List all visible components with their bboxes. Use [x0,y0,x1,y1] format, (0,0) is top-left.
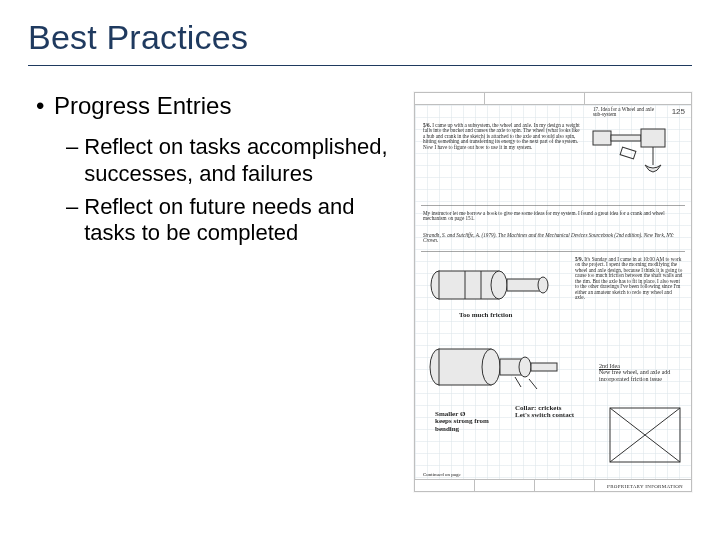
bullet-level2: – Reflect on future needs and tasks to b… [66,194,398,248]
svg-point-14 [482,349,500,385]
bullet-level2-text: Reflect on tasks accomplished, successes… [84,134,398,188]
idea-heading: 17. Idea for a Wheel and axle sub-system [593,107,663,118]
entry-body: I came up with a subsystem, the wheel an… [423,122,580,150]
bullet-level2: – Reflect on tasks accomplished, success… [66,134,398,188]
crossed-out-box [609,407,681,463]
svg-rect-0 [593,131,611,145]
entry2-body: It's Sunday and I came in at 10:00 AM to… [575,256,682,300]
svg-rect-2 [641,129,665,147]
label-collar: Collar: crickets Let's switch contact [515,405,585,420]
image-column: 125 17. Idea for a Wheel and axle sub-sy… [398,92,692,492]
slide: Best Practices • Progress Entries – Refl… [0,0,720,540]
citation: Strandh, S. and Sutcliffe, A. (1979). Th… [423,233,683,244]
page-number: 125 [672,107,685,116]
mechanism-sketch-top [591,125,681,185]
label-switch-text: Let's switch contact [515,412,585,419]
footer-proprietary: PROPRIETARY INFORMATION [607,484,683,489]
bullet-dot-icon: • [36,92,46,120]
bullet-level2-text: Reflect on future needs and tasks to be … [84,194,398,248]
notebook-header [415,93,691,105]
label-too-much-friction: Too much friction [459,311,512,319]
svg-point-16 [519,357,531,377]
instructor-note: My instructor let me borrow a book to gi… [423,211,683,222]
second-idea-body: New free wheel, and axle add incorporate… [599,369,681,382]
label-keeps-text: keeps strong from bending [435,418,505,433]
entry2-block: 5/9. It's Sunday and I came in at 10:00 … [575,257,683,301]
notebook-page: 125 17. Idea for a Wheel and axle sub-sy… [414,92,692,492]
subbullets: – Reflect on tasks accomplished, success… [36,134,398,247]
svg-rect-6 [439,271,499,299]
entry-block: 5/6. I came up with a subsystem, the whe… [423,123,583,150]
slide-title: Best Practices [28,18,692,57]
svg-rect-8 [507,279,541,291]
svg-point-9 [538,277,548,293]
section-divider [421,205,685,206]
svg-rect-17 [531,363,557,371]
second-idea: 2nd Idea New free wheel, and axle add in… [599,363,681,382]
footer-continued: Continued on page [423,472,461,477]
svg-rect-4 [620,147,636,159]
bullet-level1: • Progress Entries [36,92,398,120]
dash-icon: – [66,134,78,161]
label-smaller: Smaller Ø keeps strong from bending [435,411,505,433]
svg-rect-1 [611,135,641,141]
dash-icon: – [66,194,78,221]
axle-sketch-2 [425,341,575,397]
svg-point-7 [491,271,507,299]
bullet-level1-text: Progress Entries [54,92,231,120]
text-column: • Progress Entries – Reflect on tasks ac… [28,92,398,492]
section-divider [421,251,685,252]
title-rule [28,65,692,66]
slide-body: • Progress Entries – Reflect on tasks ac… [28,92,692,492]
axle-sketch-1 [425,263,565,313]
